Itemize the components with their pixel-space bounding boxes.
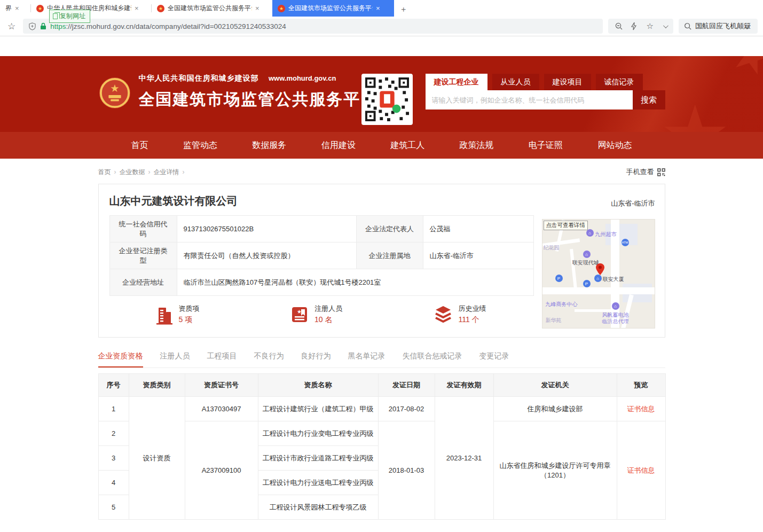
qualification-table: 序号 资质类别 资质证书号 资质名称 发证日期 发证有效期 发证机关 预览 1 … bbox=[98, 373, 666, 520]
breadcrumb-separator: › bbox=[114, 168, 116, 176]
map-label: 九州超市 bbox=[595, 231, 617, 238]
nav-credit[interactable]: 信用建设 bbox=[321, 140, 356, 151]
search-tab-credit[interactable]: 诚信记录 bbox=[596, 74, 643, 90]
building-icon bbox=[154, 304, 174, 325]
breadcrumb-home[interactable]: 首页 bbox=[98, 168, 111, 177]
info-value: 有限责任公司（自然人投资或控股） bbox=[177, 242, 356, 269]
cell-name: 工程设计市政行业道路工程专业丙级 bbox=[258, 446, 378, 471]
nav-workers[interactable]: 建筑工人 bbox=[390, 140, 424, 151]
table-header-row: 序号 资质类别 资质证书号 资质名称 发证日期 发证有效期 发证机关 预览 bbox=[98, 374, 665, 397]
browser-tab-bar: 界 × ★ 中华人民共和国住房和城乡建设 × ★ 全国建筑市场监管公共服务平台 … bbox=[0, 0, 763, 17]
tower-poi-icon: ⌂ bbox=[594, 275, 602, 282]
layers-icon bbox=[433, 305, 453, 324]
search-tab-enterprise[interactable]: 建设工程企业 bbox=[426, 74, 487, 90]
close-icon[interactable]: × bbox=[15, 5, 19, 12]
battery-poi-icon: ⌂ bbox=[612, 302, 619, 310]
tab-qualifications[interactable]: 企业资质资格 bbox=[98, 351, 143, 367]
nav-data-service[interactable]: 数据服务 bbox=[252, 140, 286, 151]
cell-seq: 4 bbox=[98, 471, 129, 495]
stat-registered-personnel[interactable]: ★ 注册人员 10 名 bbox=[290, 304, 342, 325]
site-brand: ★ 中华人民共和国住房和城乡建设部 www.mohurd.gov.cn 全国建筑… bbox=[98, 73, 378, 111]
tab-good-behavior[interactable]: 良好行为 bbox=[301, 351, 331, 367]
chevron-down-icon[interactable] bbox=[663, 23, 668, 28]
url-text: ://jzsc.mohurd.gov.cn/data/company/detai… bbox=[66, 22, 286, 30]
nav-home[interactable]: 首页 bbox=[131, 140, 148, 151]
map-label: 临沂总代理 bbox=[602, 318, 629, 325]
map-hint-tooltip: 点击可查看详情 bbox=[544, 221, 588, 230]
breadcrumb-company-detail[interactable]: 企业详情 bbox=[154, 168, 179, 177]
col-issue-date: 发证日期 bbox=[378, 374, 435, 397]
map-label: 联安现代城 bbox=[572, 259, 599, 267]
info-label: 企业经营地址 bbox=[109, 269, 177, 296]
browser-toolbar: ☆ https ://jzsc.mohurd.gov.cn/data/compa… bbox=[0, 17, 763, 36]
building-poi-icon: ⌂ bbox=[583, 251, 591, 258]
svg-text:★: ★ bbox=[110, 82, 119, 94]
search-button[interactable]: 搜索 bbox=[633, 90, 665, 109]
favorite-star-icon[interactable]: ☆ bbox=[644, 21, 656, 31]
close-icon[interactable]: × bbox=[376, 5, 380, 12]
breadcrumb-separator: › bbox=[183, 168, 185, 176]
info-label: 企业法定代表人 bbox=[356, 216, 423, 242]
cell-authority: 山东省住房和城乡建设厅许可专用章（1201） bbox=[493, 421, 617, 520]
banner-search: 建设工程企业 从业人员 建设项目 诚信记录 搜索 bbox=[426, 74, 665, 109]
lock-icon bbox=[40, 22, 46, 30]
cell-date: 2017-08-02 bbox=[378, 397, 435, 421]
nav-supervision[interactable]: 监管动态 bbox=[183, 140, 217, 151]
qr-code-icon bbox=[365, 77, 409, 121]
cell-seq: 5 bbox=[98, 495, 129, 520]
browser-tab-0[interactable]: 界 × bbox=[0, 0, 31, 17]
certificate-info-link[interactable]: 证书信息 bbox=[627, 466, 655, 474]
cell-name: 工程设计风景园林工程专项乙级 bbox=[258, 495, 378, 520]
qr-mini-icon bbox=[657, 168, 665, 176]
map-label: 新华苑 bbox=[546, 317, 562, 324]
search-tab-project[interactable]: 建设项目 bbox=[544, 74, 591, 90]
flash-icon[interactable] bbox=[631, 22, 637, 30]
tab-dishonesty-records[interactable]: 失信联合惩戒记录 bbox=[403, 351, 462, 367]
info-value: 山东省-临沂市 bbox=[423, 242, 533, 269]
tab-registered-personnel[interactable]: 注册人员 bbox=[160, 351, 190, 367]
cell-seq: 2 bbox=[98, 421, 129, 446]
cell-cert-no: A237009100 bbox=[185, 421, 258, 520]
browser-tab-active[interactable]: ★ 全国建筑市场监管公共服务平台 × bbox=[272, 0, 394, 17]
map-label: 联安大厦 bbox=[603, 276, 624, 283]
quick-search-text: 国航回应飞机颠簸 bbox=[695, 21, 751, 31]
bookmark-star-icon[interactable]: ☆ bbox=[5, 21, 18, 32]
nav-policy[interactable]: 政策法规 bbox=[460, 140, 494, 151]
zoom-out-icon[interactable] bbox=[615, 22, 623, 30]
quick-search-box[interactable]: 国航回应飞机颠簸 bbox=[679, 19, 758, 34]
info-value: 公茂福 bbox=[423, 216, 533, 242]
new-tab-button[interactable]: ＋ bbox=[394, 4, 415, 17]
tab-change-records[interactable]: 变更记录 bbox=[479, 351, 509, 367]
nav-e-license[interactable]: 电子证照 bbox=[529, 140, 563, 151]
keyword-search-input[interactable] bbox=[426, 90, 633, 109]
national-emblem-icon: ★ bbox=[98, 76, 131, 109]
cell-cert-no: A137030497 bbox=[185, 397, 258, 421]
stat-qualifications[interactable]: 资质项 5 项 bbox=[154, 304, 200, 325]
certificate-info-link[interactable]: 证书信息 bbox=[627, 405, 655, 413]
tab-projects[interactable]: 工程项目 bbox=[207, 351, 237, 367]
mobile-view-link[interactable]: 手机查看 bbox=[626, 167, 665, 177]
search-tab-personnel[interactable]: 从业人员 bbox=[492, 74, 539, 90]
close-icon[interactable]: × bbox=[255, 5, 259, 12]
browser-tab-2[interactable]: ★ 全国建筑市场监管公共服务平台 × bbox=[152, 0, 272, 17]
url-bar[interactable]: https ://jzsc.mohurd.gov.cn/data/company… bbox=[23, 19, 602, 34]
ministry-name: 中华人民共和国住房和城乡建设部 bbox=[139, 74, 259, 82]
tab-bad-behavior[interactable]: 不良行为 bbox=[254, 351, 284, 367]
company-stats: 资质项 5 项 ★ 注册人员 10 名 bbox=[109, 304, 533, 325]
url-protocol: https bbox=[50, 22, 66, 30]
company-location-map[interactable]: 点击可查看详情 ⌂ 九州超市 ATM 纪花园 ⌂ 联安现代城 ⌂ 联安大厦 P … bbox=[542, 219, 655, 328]
site-title: 全国建筑市场监管公共服务平台 bbox=[139, 89, 378, 111]
company-card: 山东中元建筑设计有限公司 山东省-临沂市 统一社会信用代码 9137130267… bbox=[98, 184, 665, 338]
page-top-gap bbox=[0, 36, 763, 56]
shield-icon[interactable] bbox=[28, 22, 36, 30]
nav-site-news[interactable]: 网站动态 bbox=[597, 140, 632, 151]
atm-icon: ATM bbox=[622, 239, 629, 246]
stat-history-performance[interactable]: 历史业绩 111 个 bbox=[433, 304, 486, 325]
cell-name: 工程设计建筑行业（建筑工程）甲级 bbox=[258, 397, 378, 421]
info-label: 企业登记注册类型 bbox=[109, 242, 177, 269]
col-validity: 发证有效期 bbox=[435, 374, 493, 397]
breadcrumb-company-data[interactable]: 企业数据 bbox=[120, 168, 145, 177]
col-authority: 发证机关 bbox=[493, 374, 617, 397]
close-icon[interactable]: × bbox=[135, 5, 139, 12]
tab-blacklist[interactable]: 黑名单记录 bbox=[348, 351, 386, 367]
